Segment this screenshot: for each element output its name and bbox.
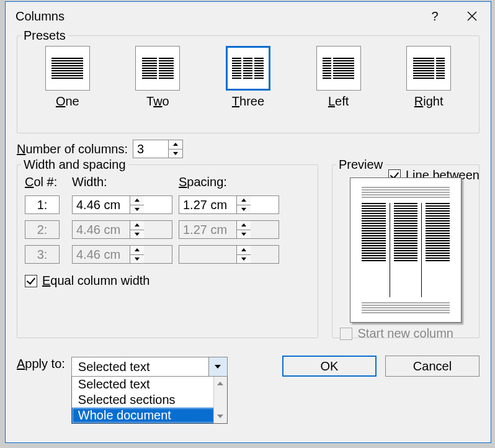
start-new-column-checkbox: Start new column: [340, 326, 453, 341]
columns-icon: [135, 46, 180, 91]
chevron-down-icon: [215, 365, 221, 369]
spinner-down-button[interactable]: [169, 150, 182, 158]
presets-group: Presets OneTwoThreeLeftRight: [17, 35, 479, 133]
spinner-up-button: [237, 246, 251, 255]
preset-two[interactable]: Two: [135, 46, 180, 109]
apply-to-value: Selected text: [72, 360, 208, 374]
preview-group: Preview: [332, 164, 479, 338]
col-index: 1:: [25, 195, 60, 214]
apply-to-option[interactable]: Whole document: [72, 408, 227, 423]
preset-label: Left: [328, 94, 349, 109]
col-header: Col #:: [25, 175, 66, 189]
spinner-up-button: [130, 221, 144, 230]
dialog-title: Columns: [16, 9, 416, 24]
spinner-down-button: [237, 230, 251, 239]
apply-to-label: Apply to:: [17, 357, 65, 371]
preview-legend: Preview: [336, 158, 385, 172]
width-spinner: [179, 245, 279, 264]
presets-legend: Presets: [21, 29, 68, 43]
preset-right[interactable]: Right: [406, 46, 451, 109]
list-scrollbar[interactable]: [213, 377, 227, 423]
spinner-up-button[interactable]: [169, 140, 182, 150]
spinner-down-button: [237, 255, 251, 264]
width-spinner: [72, 220, 172, 239]
apply-to-option[interactable]: Selected sections: [72, 392, 227, 408]
scroll-up-icon: [217, 382, 223, 385]
spinner-down-button[interactable]: [237, 205, 251, 214]
preset-one[interactable]: One: [45, 46, 90, 109]
spinner-down-button[interactable]: [130, 205, 144, 214]
columns-icon: [406, 46, 451, 91]
number-of-columns-input[interactable]: [133, 140, 168, 158]
spinner-down-button: [130, 255, 144, 264]
spinner-up-button: [237, 221, 251, 230]
checkbox-box: [340, 328, 352, 340]
col-index: 2:: [25, 220, 60, 239]
spacing-header: Spacing:: [179, 175, 279, 189]
scroll-down-icon: [217, 414, 223, 418]
preset-label: Two: [146, 94, 169, 109]
titlebar: Columns ?: [6, 2, 491, 30]
width-spacing-legend: Width and spacing: [21, 158, 128, 172]
dropdown-button[interactable]: [208, 357, 227, 376]
preset-label: Three: [232, 94, 264, 109]
equal-column-width-checkbox[interactable]: Equal column width: [25, 274, 310, 288]
preset-three[interactable]: Three: [226, 46, 270, 109]
spinner-down-button: [130, 230, 144, 239]
width-spinner: [179, 220, 279, 239]
preset-label: One: [56, 94, 79, 109]
width-spinner[interactable]: [72, 195, 172, 214]
apply-to-select[interactable]: Selected text Selected textSelected sect…: [71, 357, 228, 377]
columns-icon: [316, 46, 361, 91]
width-spacing-group: Width and spacing Col #: Width: Spacing:…: [17, 164, 318, 338]
columns-dialog: Columns ? Presets OneTwoThreeLeftRight N…: [5, 1, 491, 443]
spinner-up-button[interactable]: [237, 196, 251, 205]
preset-left[interactable]: Left: [316, 46, 361, 109]
spinner-up-button: [130, 246, 144, 255]
width-spinner[interactable]: [179, 195, 279, 214]
number-of-columns-spinner[interactable]: [133, 140, 183, 158]
number-of-columns-label: Number of columns:: [17, 142, 128, 156]
close-icon: [467, 11, 477, 21]
apply-to-option[interactable]: Selected text: [72, 377, 227, 392]
columns-icon: [226, 46, 270, 91]
help-button[interactable]: ?: [416, 2, 453, 30]
cancel-button[interactable]: Cancel: [385, 356, 479, 377]
width-header: Width:: [72, 175, 172, 189]
apply-to-list: Selected textSelected sectionsWhole docu…: [71, 377, 228, 424]
ok-button[interactable]: OK: [282, 356, 377, 377]
preset-label: Right: [414, 94, 444, 109]
spinner-up-button[interactable]: [130, 196, 144, 205]
close-button[interactable]: [453, 2, 491, 30]
number-of-columns-row: Number of columns:: [17, 140, 479, 158]
columns-icon: [45, 46, 90, 91]
width-spinner: [72, 245, 172, 264]
preview-page: [350, 177, 462, 323]
checkbox-box: [25, 275, 37, 287]
col-index: 3:: [25, 245, 60, 264]
